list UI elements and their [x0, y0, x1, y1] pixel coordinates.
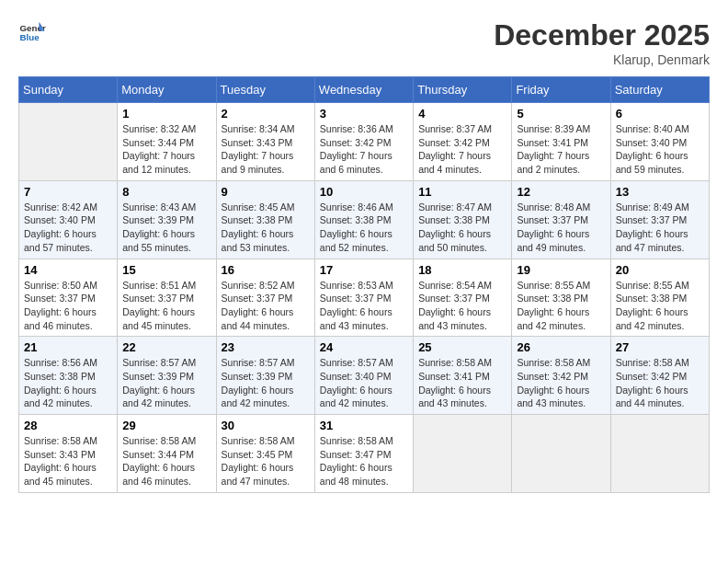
day-cell: 8Sunrise: 8:43 AMSunset: 3:39 PMDaylight… [118, 180, 216, 259]
day-cell: 22Sunrise: 8:57 AMSunset: 3:39 PMDayligh… [118, 337, 216, 415]
day-number: 31 [320, 419, 408, 432]
day-info: Sunrise: 8:54 AMSunset: 3:37 PMDaylight:… [418, 279, 506, 333]
day-number: 23 [222, 340, 310, 354]
day-cell: 27Sunrise: 8:58 AMSunset: 3:42 PMDayligh… [610, 337, 709, 415]
day-number: 20 [616, 263, 704, 277]
day-info: Sunrise: 8:47 AMSunset: 3:38 PMDaylight:… [418, 201, 506, 255]
day-cell: 12Sunrise: 8:48 AMSunset: 3:37 PMDayligh… [512, 180, 610, 259]
week-row-3: 14Sunrise: 8:50 AMSunset: 3:37 PMDayligh… [19, 259, 710, 337]
header-row: SundayMondayTuesdayWednesdayThursdayFrid… [19, 77, 710, 103]
day-cell [414, 415, 512, 493]
day-info: Sunrise: 8:57 AMSunset: 3:40 PMDaylight:… [320, 356, 408, 410]
day-cell: 26Sunrise: 8:58 AMSunset: 3:42 PMDayligh… [512, 337, 610, 415]
day-info: Sunrise: 8:58 AMSunset: 3:44 PMDaylight:… [122, 434, 210, 488]
day-cell: 25Sunrise: 8:58 AMSunset: 3:41 PMDayligh… [414, 337, 512, 415]
month-title: December 2025 [494, 18, 710, 52]
day-cell: 30Sunrise: 8:58 AMSunset: 3:45 PMDayligh… [216, 415, 314, 493]
day-cell: 17Sunrise: 8:53 AMSunset: 3:37 PMDayligh… [314, 259, 413, 337]
day-number: 14 [24, 263, 112, 277]
day-number: 17 [320, 263, 408, 277]
day-number: 2 [222, 107, 310, 121]
day-info: Sunrise: 8:53 AMSunset: 3:37 PMDaylight:… [320, 279, 408, 333]
page-header: General Blue December 2025 Klarup, Denma… [18, 18, 710, 67]
header-monday: Monday [118, 77, 216, 103]
day-cell: 6Sunrise: 8:40 AMSunset: 3:40 PMDaylight… [610, 103, 709, 181]
day-cell: 11Sunrise: 8:47 AMSunset: 3:38 PMDayligh… [414, 180, 512, 259]
day-number: 9 [222, 185, 310, 199]
week-row-1: 1Sunrise: 8:32 AMSunset: 3:44 PMDaylight… [19, 103, 710, 181]
day-info: Sunrise: 8:39 AMSunset: 3:41 PMDaylight:… [517, 122, 605, 177]
day-cell: 19Sunrise: 8:55 AMSunset: 3:38 PMDayligh… [512, 259, 610, 337]
day-cell [512, 415, 610, 493]
day-info: Sunrise: 8:32 AMSunset: 3:44 PMDaylight:… [122, 122, 210, 177]
day-info: Sunrise: 8:58 AMSunset: 3:45 PMDaylight:… [222, 434, 310, 488]
day-info: Sunrise: 8:36 AMSunset: 3:42 PMDaylight:… [320, 122, 408, 177]
day-number: 10 [320, 185, 408, 199]
header-sunday: Sunday [19, 77, 118, 103]
day-info: Sunrise: 8:56 AMSunset: 3:38 PMDaylight:… [24, 356, 112, 410]
day-cell: 7Sunrise: 8:42 AMSunset: 3:40 PMDaylight… [19, 180, 118, 259]
day-number: 25 [418, 340, 506, 354]
header-tuesday: Tuesday [216, 77, 314, 103]
day-info: Sunrise: 8:58 AMSunset: 3:42 PMDaylight:… [616, 356, 704, 410]
day-number: 5 [517, 107, 605, 121]
day-number: 19 [517, 263, 605, 277]
day-cell: 13Sunrise: 8:49 AMSunset: 3:37 PMDayligh… [610, 180, 709, 259]
day-info: Sunrise: 8:51 AMSunset: 3:37 PMDaylight:… [122, 279, 210, 333]
day-info: Sunrise: 8:57 AMSunset: 3:39 PMDaylight:… [122, 356, 210, 410]
day-number: 24 [320, 340, 408, 354]
day-cell: 23Sunrise: 8:57 AMSunset: 3:39 PMDayligh… [216, 337, 314, 415]
day-cell: 20Sunrise: 8:55 AMSunset: 3:38 PMDayligh… [610, 259, 709, 337]
day-info: Sunrise: 8:58 AMSunset: 3:42 PMDaylight:… [517, 356, 605, 410]
day-cell [19, 103, 118, 181]
day-number: 1 [122, 107, 210, 121]
week-row-5: 28Sunrise: 8:58 AMSunset: 3:43 PMDayligh… [19, 415, 710, 493]
day-info: Sunrise: 8:58 AMSunset: 3:41 PMDaylight:… [418, 356, 506, 410]
day-number: 18 [418, 263, 506, 277]
day-info: Sunrise: 8:55 AMSunset: 3:38 PMDaylight:… [616, 279, 704, 333]
day-info: Sunrise: 8:52 AMSunset: 3:37 PMDaylight:… [222, 279, 310, 333]
day-cell: 10Sunrise: 8:46 AMSunset: 3:38 PMDayligh… [314, 180, 413, 259]
day-cell: 5Sunrise: 8:39 AMSunset: 3:41 PMDaylight… [512, 103, 610, 181]
week-row-2: 7Sunrise: 8:42 AMSunset: 3:40 PMDaylight… [19, 180, 710, 259]
day-number: 29 [122, 419, 210, 432]
day-info: Sunrise: 8:37 AMSunset: 3:42 PMDaylight:… [418, 122, 506, 177]
location: Klarup, Denmark [494, 52, 710, 67]
day-number: 26 [517, 340, 605, 354]
day-cell: 18Sunrise: 8:54 AMSunset: 3:37 PMDayligh… [414, 259, 512, 337]
day-info: Sunrise: 8:50 AMSunset: 3:37 PMDaylight:… [24, 279, 112, 333]
day-cell: 4Sunrise: 8:37 AMSunset: 3:42 PMDaylight… [414, 103, 512, 181]
day-cell [610, 415, 709, 493]
day-info: Sunrise: 8:46 AMSunset: 3:38 PMDaylight:… [320, 201, 408, 255]
day-number: 11 [418, 185, 506, 199]
day-info: Sunrise: 8:58 AMSunset: 3:43 PMDaylight:… [24, 434, 112, 488]
day-cell: 29Sunrise: 8:58 AMSunset: 3:44 PMDayligh… [118, 415, 216, 493]
day-number: 28 [24, 419, 112, 432]
day-number: 12 [517, 185, 605, 199]
header-friday: Friday [512, 77, 610, 103]
day-info: Sunrise: 8:55 AMSunset: 3:38 PMDaylight:… [517, 279, 605, 333]
calendar-table: SundayMondayTuesdayWednesdayThursdayFrid… [18, 76, 710, 493]
day-number: 16 [222, 263, 310, 277]
title-block: December 2025 Klarup, Denmark [494, 18, 710, 67]
day-number: 22 [122, 340, 210, 354]
day-number: 13 [616, 185, 704, 199]
day-number: 30 [222, 419, 310, 432]
day-number: 4 [418, 107, 506, 121]
day-cell: 31Sunrise: 8:58 AMSunset: 3:47 PMDayligh… [314, 415, 413, 493]
day-info: Sunrise: 8:45 AMSunset: 3:38 PMDaylight:… [222, 201, 310, 255]
day-number: 8 [122, 185, 210, 199]
day-cell: 15Sunrise: 8:51 AMSunset: 3:37 PMDayligh… [118, 259, 216, 337]
day-info: Sunrise: 8:58 AMSunset: 3:47 PMDaylight:… [320, 434, 408, 488]
day-number: 3 [320, 107, 408, 121]
day-cell: 9Sunrise: 8:45 AMSunset: 3:38 PMDaylight… [216, 180, 314, 259]
day-cell: 24Sunrise: 8:57 AMSunset: 3:40 PMDayligh… [314, 337, 413, 415]
logo-icon: General Blue [18, 18, 46, 46]
day-info: Sunrise: 8:34 AMSunset: 3:43 PMDaylight:… [222, 122, 310, 177]
logo: General Blue [18, 18, 46, 46]
day-number: 6 [616, 107, 704, 121]
day-cell: 1Sunrise: 8:32 AMSunset: 3:44 PMDaylight… [118, 103, 216, 181]
header-thursday: Thursday [414, 77, 512, 103]
day-cell: 14Sunrise: 8:50 AMSunset: 3:37 PMDayligh… [19, 259, 118, 337]
day-cell: 16Sunrise: 8:52 AMSunset: 3:37 PMDayligh… [216, 259, 314, 337]
